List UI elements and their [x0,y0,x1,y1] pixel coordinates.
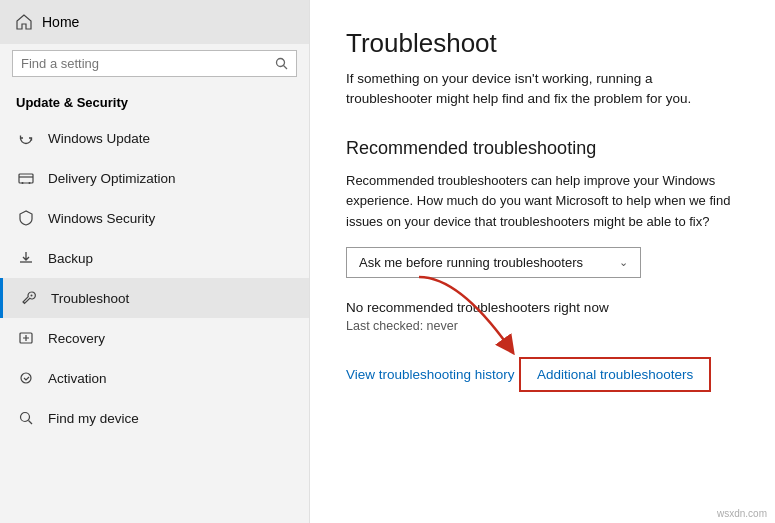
sidebar-item-label: Windows Update [48,131,150,146]
sidebar-item-windows-security[interactable]: Windows Security [0,198,309,238]
sidebar-item-label: Recovery [48,331,105,346]
last-checked-text: Last checked: never [346,319,739,333]
view-history-link[interactable]: View troubleshooting history [346,367,515,382]
delivery-icon [16,168,36,188]
page-title: Troubleshoot [346,28,739,59]
section-title: Update & Security [0,89,309,118]
sidebar-item-label: Activation [48,371,107,386]
backup-icon [16,248,36,268]
svg-point-4 [29,182,31,184]
recommended-heading: Recommended troubleshooting [346,138,739,159]
sidebar-item-recovery[interactable]: Recovery [0,318,309,358]
chevron-down-icon: ⌄ [619,256,628,269]
home-label: Home [42,14,79,30]
sidebar-item-label: Delivery Optimization [48,171,176,186]
wrench-icon [19,288,39,308]
svg-point-3 [22,182,24,184]
svg-point-8 [21,413,30,422]
troubleshooter-dropdown[interactable]: Ask me before running troubleshooters ⌄ [346,247,641,278]
find-icon [16,408,36,428]
home-icon [16,14,32,30]
sidebar-item-label: Troubleshoot [51,291,129,306]
main-content: Troubleshoot If something on your device… [310,0,775,523]
recovery-icon [16,328,36,348]
activation-icon [16,368,36,388]
page-description: If something on your device isn't workin… [346,69,739,110]
refresh-icon [16,128,36,148]
search-box[interactable] [12,50,297,77]
sidebar-item-activation[interactable]: Activation [0,358,309,398]
shield-icon [16,208,36,228]
svg-point-0 [277,59,285,67]
svg-point-5 [31,295,33,297]
sidebar: Home Update & Security Windows Update [0,0,310,523]
svg-line-1 [284,66,288,70]
search-input[interactable] [21,56,275,71]
sidebar-item-find-my-device[interactable]: Find my device [0,398,309,438]
sidebar-item-troubleshoot[interactable]: Troubleshoot [0,278,309,318]
sidebar-item-home[interactable]: Home [0,0,309,44]
dropdown-value: Ask me before running troubleshooters [359,255,583,270]
svg-point-7 [21,373,31,383]
recommended-desc: Recommended troubleshooters can help imp… [346,171,739,233]
sidebar-item-backup[interactable]: Backup [0,238,309,278]
sidebar-item-windows-update[interactable]: Windows Update [0,118,309,158]
sidebar-item-label: Find my device [48,411,139,426]
sidebar-item-label: Backup [48,251,93,266]
sidebar-item-label: Windows Security [48,211,155,226]
additional-troubleshooters-button[interactable]: Additional troubleshooters [519,357,711,392]
watermark: wsxdn.com [717,508,767,519]
no-recommended-text: No recommended troubleshooters right now [346,300,739,315]
search-icon [275,57,288,70]
sidebar-item-delivery-optimization[interactable]: Delivery Optimization [0,158,309,198]
svg-rect-2 [19,174,33,183]
